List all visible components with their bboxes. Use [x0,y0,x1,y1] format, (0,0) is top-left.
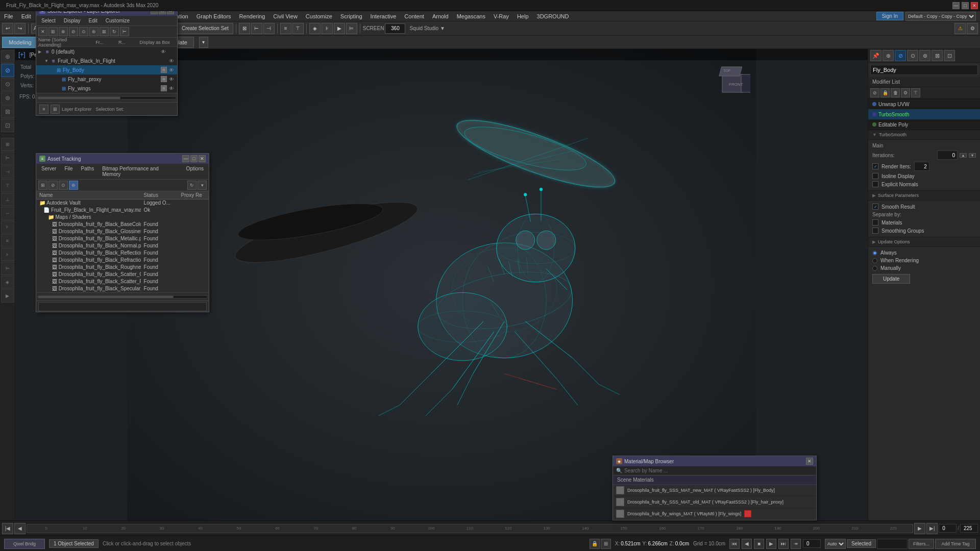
tool-mirror[interactable]: ↔ [1,207,14,220]
turbosmooth-section[interactable]: ▼ TurboSmooth [868,130,980,140]
at-tb-4[interactable]: ⊛ [69,181,78,190]
at-menu-server[interactable]: Server [38,165,59,178]
se-scroll-thumb[interactable] [38,97,120,99]
se-row-vis-0[interactable]: 👁 [160,48,167,55]
frame-input-status[interactable] [803,539,821,548]
mod-editable-poly[interactable]: Editable Poly [868,119,980,130]
utilities-icon[interactable]: ⊡ [944,50,955,61]
display-icon[interactable]: ⊠ [932,50,943,61]
play-stop[interactable]: ■ [754,539,764,549]
at-table-row[interactable]: 🖼 Drosophila_fruit_fly_Black_Reflection.… [36,249,209,257]
uo-always-radio[interactable] [872,251,877,256]
se-row-vis-1[interactable]: 👁 [168,57,175,64]
se-collapse-icon[interactable]: ⊘ [69,27,78,36]
at-hscroll-track[interactable] [37,295,208,298]
ts-render-iters-check[interactable] [872,163,878,169]
animation-mode-select[interactable]: Auto [825,539,846,549]
lock-btn[interactable]: 🔒 [590,539,600,549]
at-tb-2[interactable]: ⊘ [48,181,58,190]
uo-rendering-radio[interactable] [872,258,877,263]
tool-render-frame[interactable]: ▶ [1,289,14,303]
hierarchy-icon[interactable]: ⊙ [907,50,918,61]
at-table-row[interactable]: 🖼 Drosophila_fruit_fly_Black_Scatter_Col… [36,271,209,278]
render-btn[interactable]: ⊨ [346,23,357,34]
play-prev-key[interactable]: ⏮ [729,539,740,549]
material-editor-btn[interactable]: ◈ [309,23,321,34]
command-panel-motion[interactable]: ⊛ [1,91,14,105]
se-close-icon[interactable]: ✕ [38,27,47,36]
render-setup-btn[interactable]: ⊧ [322,23,333,34]
warning-btn[interactable]: ⚠ [954,23,966,34]
menu-civil-view[interactable]: Civil View [269,12,301,20]
menu-vray[interactable]: V-Ray [489,12,513,20]
menu-content[interactable]: Content [400,12,428,20]
at-table-row[interactable]: 📁 Maps / Shaders [36,214,209,221]
command-panel-hierarchy[interactable]: ⊙ [1,78,14,91]
menu-arnold[interactable]: Arnold [428,12,453,20]
mod-unwrap-uvw[interactable]: Unwrap UVW [868,99,980,109]
snap-btn[interactable]: ⊞ [601,539,611,549]
at-hscroll-thumb[interactable] [38,296,174,298]
render-frame-btn[interactable]: ▶ [334,23,345,34]
se-row-vis-2[interactable]: 👁 [168,66,175,73]
ts-isoline-check[interactable] [872,173,878,179]
se-row-flyhair[interactable]: ⊞ Fly_hair_proxy R 👁 [36,74,177,84]
play-jump-end[interactable]: ↠ [791,539,801,549]
tool-snap[interactable]: ⊞ [1,138,14,151]
se-footer-icon2[interactable]: ⊞ [51,105,60,114]
tool-schematic[interactable]: ⊨ [1,262,14,275]
se-row-fly[interactable]: ▼ ≡ Fruit_Fly_Black_In_Flight 👁 [36,56,177,65]
ts-explicit-check[interactable] [872,181,878,187]
mb-titlebar[interactable]: ◈ Material/Map Browser ✕ [613,456,816,466]
se-row-vis-3a[interactable]: 👁 [168,76,175,83]
se-row-flywings[interactable]: ⊞ Fly_wings R 👁 [36,84,177,93]
se-row-default[interactable]: ▶ ≡ 0 (default) 👁 [36,47,177,56]
sp-smooth-check[interactable] [872,204,878,210]
command-panel-create[interactable]: ⊕ [1,50,14,63]
at-search-input[interactable] [38,302,207,311]
highlight-icon[interactable]: ⊤ [911,88,920,97]
update-btn[interactable]: Update [872,274,910,284]
mb-close-btn[interactable]: ✕ [806,458,813,465]
at-table-row[interactable]: 🖼 Drosophila_fruit_fly_Black_BaseColor.p… [36,221,209,228]
frame-input[interactable] [385,23,405,34]
tool-angle-snap[interactable]: ⊢ [1,152,14,165]
play-prev-frame[interactable]: ◀ [742,539,752,549]
mb-search-input[interactable] [624,468,813,473]
delete-icon[interactable]: 🗑 [891,88,900,97]
workspace-select[interactable]: Default - Copy - Copy - Copy [905,12,976,21]
bend-icon[interactable]: ⊘ [870,88,879,97]
menu-3dground[interactable]: 3DGROUND [533,12,573,20]
add-time-tag-btn[interactable]: Add Time Tag [935,539,976,549]
at-table-row[interactable]: 🖼 Drosophila_fruit_fly_Black_Metallic.pn… [36,235,209,242]
sp-smoothgroups-check[interactable] [872,228,878,234]
align2-btn[interactable]: ⊣ [263,23,275,34]
tool-layer-mgr[interactable]: ≡ [1,234,14,247]
object-name-field[interactable] [870,65,978,75]
menu-graph-editors[interactable]: Graph Editors [192,12,235,20]
sp-materials-check[interactable] [872,219,878,226]
play-next-key[interactable]: ⏭ [778,539,789,549]
curve-editor-btn[interactable]: ≡ [280,23,291,34]
tab-extra-btn[interactable]: ▾ [199,37,208,48]
at-menu-file[interactable]: File [61,165,76,178]
se-menu-edit[interactable]: Edit [86,17,101,24]
at-menu-paths[interactable]: Paths [78,165,97,178]
se-sort-icon[interactable]: ⊢ [120,27,129,36]
menu-scripting[interactable]: Scripting [336,12,366,20]
at-table-row[interactable]: 🖼 Drosophila_fruit_fly_Black_Scatter_Rad… [36,278,209,285]
tl-prev-key[interactable]: |◀ [2,523,13,534]
tool-curve-editor[interactable]: ⊧ [1,248,14,261]
at-tb-3[interactable]: ⊙ [59,181,68,190]
menu-edit[interactable]: Edit [17,12,35,20]
at-minimize-btn[interactable]: — [182,155,189,162]
se-sync-icon[interactable]: ↻ [110,27,119,36]
at-menu-bitmap[interactable]: Bitmap Performance and Memory [99,165,181,178]
tl-total-frames[interactable] [960,524,978,533]
at-tb-1[interactable]: ⊞ [38,181,47,190]
minimize-btn[interactable]: — [952,2,960,9]
tool-align[interactable]: ⊦ [1,220,14,234]
tool-spinner-snap[interactable]: ⊤ [1,179,14,192]
tool-edit-named-sel[interactable]: ⊥ [1,193,14,206]
se-expand-icon[interactable]: ⊕ [59,27,68,36]
